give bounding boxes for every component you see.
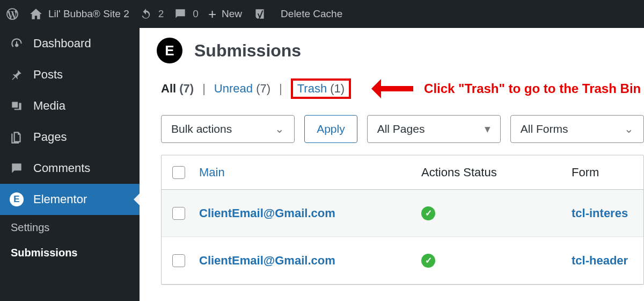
table-header-row: Main Actions Status Form: [162, 155, 643, 190]
column-header-form: Form: [572, 166, 643, 180]
content-area: E Submissions All (7) | Unread (7) | Tra…: [140, 28, 644, 301]
wp-logo[interactable]: [5, 7, 19, 21]
submission-link[interactable]: ClientEmail@Gmail.com: [199, 206, 335, 220]
column-header-status: Actions Status: [421, 166, 572, 180]
refresh-icon: [139, 7, 153, 21]
elementor-icon: E: [10, 192, 24, 206]
sidebar-item-label: Posts: [33, 68, 63, 82]
submenu-submissions[interactable]: Submissions: [0, 240, 140, 266]
submission-link[interactable]: ClientEmail@Gmail.com: [199, 254, 335, 267]
submissions-table: Main Actions Status Form ClientEmail@Gma…: [161, 155, 644, 285]
submenu-settings[interactable]: Settings: [0, 215, 140, 240]
view-filters: All (7) | Unread (7) | Trash (1) Click "…: [161, 78, 644, 99]
updates-count: 2: [158, 8, 164, 20]
filter-unread[interactable]: Unread (7): [214, 82, 270, 96]
comment-icon: [173, 7, 187, 21]
row-checkbox[interactable]: [172, 254, 185, 267]
sidebar-item-posts[interactable]: Posts: [0, 59, 140, 90]
apply-button[interactable]: Apply: [304, 115, 357, 143]
yoast-link[interactable]: [252, 6, 268, 22]
admin-bar: Lil' Bubba® Site 2 2 0 + New Delete Cach…: [0, 0, 644, 28]
bulk-actions-select[interactable]: Bulk actions ⌄: [161, 115, 295, 143]
status-success-icon: ✓: [421, 206, 435, 220]
site-name: Lil' Bubba® Site 2: [48, 8, 129, 20]
chevron-down-icon: ⌄: [624, 123, 634, 135]
pages-icon: [10, 130, 24, 144]
site-home-link[interactable]: Lil' Bubba® Site 2: [29, 7, 129, 21]
table-row: ClientEmail@Gmail.com ✓ tcl-interes: [162, 190, 643, 237]
home-icon: [29, 7, 43, 21]
sidebar-item-label: Comments: [33, 161, 90, 175]
comments-link[interactable]: 0: [173, 7, 199, 21]
delete-cache-link[interactable]: Delete Cache: [281, 8, 342, 20]
sidebar-item-media[interactable]: Media: [0, 90, 140, 121]
sidebar-item-label: Elementor: [33, 192, 87, 206]
new-label: New: [222, 8, 242, 20]
pin-icon: [10, 68, 24, 82]
wordpress-icon: [5, 7, 19, 21]
elementor-submenu: Settings Submissions: [0, 215, 140, 266]
sidebar-item-pages[interactable]: Pages: [0, 121, 140, 153]
annotation-arrow: [362, 79, 413, 98]
yoast-icon: [253, 7, 267, 21]
comments-count: 0: [193, 8, 199, 20]
page-title: Submissions: [194, 41, 301, 61]
elementor-logo: E: [157, 38, 182, 63]
media-icon: [10, 99, 24, 113]
forms-filter-select[interactable]: All Forms ⌄: [510, 115, 644, 143]
page-header: E Submissions: [140, 28, 644, 73]
table-controls: Bulk actions ⌄ Apply All Pages ▾ All For…: [161, 115, 644, 143]
filter-all[interactable]: All (7): [161, 82, 194, 96]
table-row: ClientEmail@Gmail.com ✓ tcl-header: [162, 237, 643, 284]
plus-icon: +: [208, 7, 216, 21]
column-header-main[interactable]: Main: [196, 166, 421, 180]
status-success-icon: ✓: [421, 254, 435, 268]
form-link[interactable]: tcl-header: [572, 254, 628, 267]
sidebar-item-comments[interactable]: Comments: [0, 153, 140, 184]
comments-icon: [10, 161, 24, 175]
chevron-down-icon: ▾: [485, 123, 491, 135]
updates-link[interactable]: 2: [139, 7, 164, 21]
admin-sidebar: Dashboard Posts Media Pages Comments E E…: [0, 28, 140, 301]
chevron-down-icon: ⌄: [275, 123, 284, 135]
sidebar-item-label: Dashboard: [33, 37, 91, 51]
filter-trash[interactable]: Trash (1): [291, 78, 351, 99]
delete-cache-label: Delete Cache: [281, 8, 342, 20]
sidebar-item-elementor[interactable]: E Elementor: [0, 184, 140, 215]
sidebar-item-label: Pages: [33, 130, 67, 144]
dashboard-icon: [10, 37, 24, 51]
annotation-text: Click "Trash" to go to the Trash Bin: [424, 81, 641, 96]
row-checkbox[interactable]: [172, 207, 185, 220]
new-content-link[interactable]: + New: [208, 7, 242, 21]
select-all-checkbox[interactable]: [172, 166, 185, 179]
sidebar-item-label: Media: [33, 99, 65, 113]
svg-point-0: [13, 103, 14, 104]
form-link[interactable]: tcl-interes: [572, 206, 628, 220]
sidebar-item-dashboard[interactable]: Dashboard: [0, 28, 140, 59]
pages-filter-select[interactable]: All Pages ▾: [367, 115, 501, 143]
